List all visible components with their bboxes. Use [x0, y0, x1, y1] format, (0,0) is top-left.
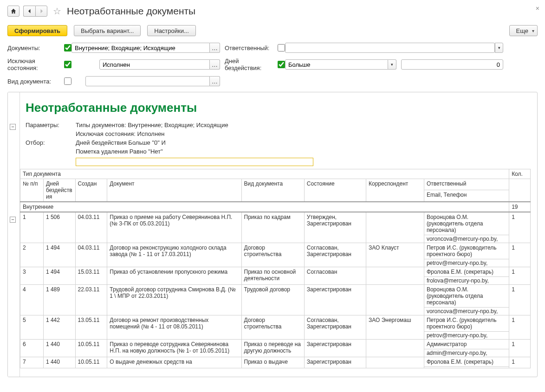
table-row[interactable]: 31 49415.03.11Приказ об установлении про…: [20, 267, 531, 277]
cell-kind: Трудовой договор: [241, 285, 304, 315]
cell-kind: Приказ по основной деятельности: [241, 267, 304, 285]
cell-corr: [366, 285, 424, 315]
cell-days: 1 440: [43, 357, 75, 368]
excl-states-checkbox[interactable]: [64, 61, 71, 68]
cell-resp2: voroncova@mercury-npo.by,: [424, 235, 509, 243]
cell-resp: Воронцова О.М. (руководитель отдела перс…: [424, 212, 509, 235]
days-op-select[interactable]: [285, 59, 388, 70]
cell-kind: Договор строительства: [241, 315, 304, 340]
highlight-selection: [76, 158, 313, 166]
cell-days: 1 489: [43, 285, 75, 315]
cell-doc: Приказ о переводе сотрудника Северянинов…: [107, 340, 241, 357]
responsible-input[interactable]: [285, 43, 495, 53]
table-row[interactable]: 61 44010.05.11Приказ о переводе сотрудни…: [20, 340, 531, 349]
cell-npp: 5: [20, 315, 44, 340]
cell-state: Зарегистрирован: [304, 357, 366, 368]
col-corr: Корреспондент: [366, 179, 424, 202]
col-npp: № п/п: [20, 179, 44, 202]
cell-kind: Приказ по кадрам: [241, 212, 304, 243]
cell-doc: О выдаче денежных средств на: [107, 357, 241, 368]
cell-q: 1: [509, 340, 531, 357]
excl-states-dots-button[interactable]: …: [210, 59, 220, 70]
close-button[interactable]: ×: [536, 5, 539, 12]
meta-filter-v2: Пометка удаления Равно "Нет": [76, 148, 163, 155]
cell-resp2: petrov@mercury-npo.by,: [424, 332, 509, 340]
cell-npp: 2: [20, 243, 44, 267]
cell-npp: 7: [20, 357, 44, 368]
cell-resp2: admin@mercury-npo.by,: [424, 349, 509, 357]
table-row[interactable]: 11 50604.03.11Приказ о приеме на работу …: [20, 212, 531, 235]
head-qty: Кол.: [509, 169, 531, 179]
days-op-dropdown-button[interactable]: ▾: [388, 59, 396, 70]
favorite-icon[interactable]: ☆: [53, 6, 61, 17]
cell-days: 1 440: [43, 340, 75, 357]
group-label[interactable]: Внутренние: [20, 202, 509, 212]
responsible-dropdown-button[interactable]: ▾: [495, 43, 503, 53]
cell-q: 1: [509, 357, 531, 368]
table-row[interactable]: 71 44010.05.11О выдаче денежных средств …: [20, 357, 531, 367]
forward-button[interactable]: [35, 6, 47, 17]
head-doc-type: Тип документа: [20, 169, 509, 179]
cell-state: Согласован, Зарегистрирован: [304, 315, 366, 340]
documents-dots-button[interactable]: …: [210, 43, 220, 53]
report-panel: − − Неотработанные документы Параметры:Т…: [7, 92, 538, 377]
cell-state: Зарегистрирован: [304, 340, 366, 357]
table-row[interactable]: 51 44213.05.11Договор на ремонт производ…: [20, 315, 531, 332]
excl-states-label: Исключая состояния:: [7, 58, 62, 71]
days-checkbox[interactable]: [278, 61, 285, 68]
cell-created: 04.03.11: [75, 212, 107, 243]
cell-resp2: frolova@mercury-npo.by,: [424, 277, 509, 285]
col-days: Дней бездействия: [43, 179, 75, 202]
meta-params-v1: Типы документов: Внутренние; Входящие; И…: [76, 122, 228, 129]
cell-doc: Приказ об установлении пропускного режим…: [107, 267, 241, 285]
choose-variant-button[interactable]: Выбрать вариант...: [74, 25, 141, 36]
cell-q: 1: [509, 285, 531, 315]
cell-doc: Трудовой договор сотрудника Смирнова В.Д…: [107, 285, 241, 315]
excl-states-input[interactable]: [99, 59, 210, 70]
arrow-left-icon: [27, 8, 32, 14]
cell-npp: 3: [20, 267, 44, 285]
cell-resp: Воронцова О.М. (руководитель отдела перс…: [424, 285, 509, 308]
documents-checkbox[interactable]: [64, 44, 71, 51]
cell-days: 1 494: [43, 243, 75, 267]
page-title: Неотработанные документы: [67, 6, 195, 17]
doc-type-input[interactable]: [85, 76, 210, 86]
cell-kind: Договор строительства: [241, 243, 304, 267]
documents-input[interactable]: [71, 43, 210, 53]
home-button[interactable]: [7, 6, 19, 17]
cell-created: 22.03.11: [75, 285, 107, 315]
cell-resp: Петров И.С. (руководитель проектного бюр…: [424, 243, 509, 259]
doc-type-dots-button[interactable]: …: [210, 76, 220, 86]
cell-resp2: [424, 367, 509, 368]
cell-q: 1: [509, 267, 531, 285]
cell-corr: ЗАО Энергомаш: [366, 315, 424, 340]
cell-created: 10.05.11: [75, 357, 107, 368]
col-created: Создан: [75, 179, 107, 202]
back-button[interactable]: [23, 6, 35, 17]
report-grid: Тип документа Кол. № п/п Дней бездействи…: [20, 169, 531, 368]
table-row[interactable]: 41 48922.03.11Трудовой договор сотрудник…: [20, 285, 531, 308]
doc-type-label: Вид документа:: [7, 78, 62, 85]
col-state: Состояние: [304, 179, 366, 202]
cell-days: 1 494: [43, 267, 75, 285]
cell-resp2: voroncova@mercury-npo.by,: [424, 308, 509, 315]
settings-button[interactable]: Настройки...: [147, 25, 196, 36]
cell-state: Зарегистрирован: [304, 285, 366, 315]
cell-corr: ЗАО Клауст: [366, 243, 424, 267]
generate-button[interactable]: Сформировать: [7, 25, 67, 36]
meta-params-v2: Исключая состояния: Исполнен: [76, 130, 165, 137]
table-row[interactable]: 21 49404.03.11Договор на реконструкцию х…: [20, 243, 531, 259]
days-value-input[interactable]: [401, 59, 503, 70]
cell-days: 1 442: [43, 315, 75, 340]
cell-created: 10.05.11: [75, 340, 107, 357]
col-resp: Ответственный: [424, 179, 509, 190]
cell-corr: [366, 357, 424, 368]
doc-type-checkbox[interactable]: [64, 77, 71, 85]
cell-created: 15.03.11: [75, 267, 107, 285]
more-button[interactable]: Еще: [509, 25, 538, 36]
cell-npp: 6: [20, 340, 44, 357]
responsible-checkbox[interactable]: [278, 44, 285, 51]
cell-doc: Приказ о приеме на работу Северянинова Н…: [107, 212, 241, 243]
arrow-right-icon: [39, 8, 44, 14]
col-kind: Вид документа: [241, 179, 304, 202]
